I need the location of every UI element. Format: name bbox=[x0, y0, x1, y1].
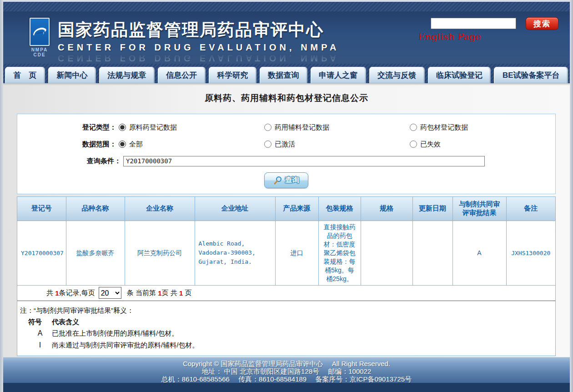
radio-option-api[interactable]: 原料药登记数据 bbox=[119, 123, 264, 132]
nav-tab-feedback[interactable]: 交流与反馈 bbox=[369, 67, 425, 83]
radio-packaging-label: 药包材登记数据 bbox=[420, 123, 468, 132]
main-nav: 首 页 新闻中心 法规与规章 信息公开 科学研究 数据查询 申请人之窗 交流与反… bbox=[3, 64, 570, 83]
cell-product-source: 进口 bbox=[275, 221, 318, 285]
notes-symbol-header: 符号 bbox=[28, 316, 52, 327]
col-joint-review-result: 与制剂共同审评审批结果 bbox=[452, 197, 506, 221]
col-packaging-spec: 包装规格 bbox=[318, 197, 361, 221]
footer-text-block: Copyright © 国家药品监督管理局药品审评中心 All Right Re… bbox=[3, 357, 570, 383]
form-row-registration-type: 登记类型： 原料药登记数据 药用辅料登记数据 药包材登记数据 bbox=[17, 122, 555, 133]
nav-tab-regulations[interactable]: 法规与规章 bbox=[99, 67, 155, 83]
cell-remarks: JXHS1300020 bbox=[506, 221, 555, 285]
radio-api-label: 原料药登记数据 bbox=[129, 123, 177, 132]
col-company-address: 企业地址 bbox=[195, 197, 275, 221]
header-search-button[interactable]: 搜索 bbox=[526, 17, 558, 30]
site-footer: Copyright © 国家药品监督管理局药品审评中心 All Right Re… bbox=[3, 357, 570, 392]
radio-option-packaging[interactable]: 药包材登记数据 bbox=[410, 123, 555, 132]
nav-tab-info-disclosure[interactable]: 信息公开 bbox=[158, 67, 206, 83]
footer-address: 地址： 中国 北京市朝阳区建国路128号 邮编：100022 bbox=[3, 367, 570, 375]
pagination-suffix1: 条 当前第 bbox=[125, 289, 158, 297]
form-row-query-condition: 查询条件： bbox=[17, 156, 555, 166]
radio-option-all[interactable]: 全部 bbox=[119, 140, 264, 149]
radio-option-expired[interactable]: 已失效 bbox=[410, 140, 555, 149]
note-meaning-i: 尚未通过与制剂共同审评审批的原料/辅料/包材。 bbox=[52, 341, 199, 349]
page-title: 原料药、药用辅料和药包材登记信息公示 bbox=[3, 92, 570, 104]
radio-excipient-label: 药用辅料登记数据 bbox=[275, 123, 329, 132]
radio-all-label: 全部 bbox=[129, 140, 143, 149]
query-condition-input[interactable] bbox=[123, 156, 485, 166]
col-remarks: 备注 bbox=[506, 197, 555, 221]
nav-tab-news[interactable]: 新闻中心 bbox=[48, 67, 96, 83]
nav-tab-home[interactable]: 首 页 bbox=[5, 67, 45, 83]
query-form-panel: 登记类型： 原料药登记数据 药用辅料登记数据 药包材登记数据 bbox=[17, 114, 556, 194]
site-title-cn: 国家药品监督管理局药品审评中心 bbox=[58, 19, 340, 41]
radio-expired[interactable] bbox=[410, 141, 417, 148]
notes-meaning-header: 代表含义 bbox=[52, 318, 79, 326]
note-row-a: A已批准在上市制剂使用的原料/辅料/包材。 bbox=[20, 327, 553, 339]
radio-all[interactable] bbox=[119, 141, 126, 148]
radio-option-activated[interactable]: 已激活 bbox=[264, 140, 410, 149]
total-records: 1 bbox=[55, 289, 59, 297]
header-search bbox=[431, 18, 516, 29]
footer-copyright: Copyright © 国家药品监督管理局药品审评中心 All Right Re… bbox=[3, 360, 570, 367]
cell-registration-no: Y20170000307 bbox=[17, 221, 66, 285]
notes-section: 注：“与制剂共同审评审批结果”释义： 符号代表含义 A已批准在上市制剂使用的原料… bbox=[17, 301, 555, 356]
site-title-en-reflection: CENTER FOR DRUG EVALUATION, NMPA bbox=[58, 53, 340, 63]
cell-update-date bbox=[412, 221, 452, 285]
cell-packaging-spec: 直接接触药品的药包材：低密度聚乙烯袋包装规格：每桶5kg。每桶25kg。 bbox=[318, 221, 361, 285]
cell-spec bbox=[361, 221, 412, 285]
notes-header: 符号代表含义 bbox=[20, 316, 553, 327]
radio-packaging[interactable] bbox=[410, 124, 417, 131]
radio-api[interactable] bbox=[119, 124, 126, 131]
total-pages: 1 bbox=[179, 289, 183, 297]
site-title-en: CENTER FOR DRUG EVALUATION, NMPA bbox=[58, 42, 340, 53]
col-spec: 规格 bbox=[361, 197, 412, 221]
pagination-suffix3: 页 bbox=[183, 289, 191, 297]
current-page: 1 bbox=[158, 289, 161, 297]
main-content: 原料药、药用辅料和药包材登记信息公示 登记类型： 原料药登记数据 药用辅料登记数… bbox=[3, 83, 570, 357]
query-button[interactable]: 查询 bbox=[264, 172, 308, 188]
results-panel: 登记号 品种名称 企业名称 企业地址 产品来源 包装规格 规格 更新日期 与制剂… bbox=[17, 196, 556, 356]
magnifier-icon bbox=[273, 176, 282, 185]
note-meaning-a: 已批准在上市制剂使用的原料/辅料/包材。 bbox=[52, 329, 178, 337]
nav-tab-be-platform[interactable]: BE试验备案平台 bbox=[494, 67, 568, 83]
nav-tab-data-query[interactable]: 数据查询 bbox=[260, 67, 307, 83]
col-update-date: 更新日期 bbox=[412, 197, 452, 221]
pagination-suffix2: 页 共 bbox=[162, 289, 179, 297]
radio-expired-label: 已失效 bbox=[420, 140, 441, 149]
pagination-prefix: 共 bbox=[46, 289, 55, 297]
nav-tab-applicant-window[interactable]: 申请人之窗 bbox=[311, 67, 366, 83]
form-row-data-scope: 数据范围： 全部 已激活 已失效 bbox=[17, 139, 555, 150]
col-company-name: 企业名称 bbox=[125, 197, 195, 221]
note-row-i: I尚未通过与制剂共同审评审批的原料/辅料/包材。 bbox=[20, 339, 553, 351]
cell-joint-review-result: A bbox=[452, 221, 506, 285]
nav-tab-clinical-trial[interactable]: 临床试验登记 bbox=[428, 67, 491, 83]
nmpa-cde-logo-icon bbox=[30, 18, 50, 46]
logo-caption: NMPA CDE bbox=[26, 47, 53, 57]
table-row: Y20170000307 盐酸多奈哌齐 阿兰克制药公司 Alembic Road… bbox=[17, 221, 555, 285]
note-symbol-a: A bbox=[28, 327, 52, 339]
cell-company-address: Alembic Road, Vadodara-390003, Gujarat, … bbox=[195, 221, 275, 285]
pagination: 共 1条记录,每页 20 条 当前第 1页 共 1 页 bbox=[17, 286, 555, 301]
data-scope-label: 数据范围： bbox=[17, 140, 119, 149]
note-symbol-i: I bbox=[28, 339, 52, 351]
registration-type-label: 登记类型： bbox=[17, 123, 119, 132]
col-registration-no: 登记号 bbox=[17, 197, 66, 221]
site-header: NMPA CDE 国家药品监督管理局药品审评中心 CENTER FOR DRUG… bbox=[3, 11, 570, 64]
cell-company-name: 阿兰克制药公司 bbox=[125, 221, 195, 285]
pagination-mid: 条记录,每页 bbox=[59, 289, 95, 297]
page-size-select[interactable]: 20 bbox=[99, 287, 121, 299]
page: NMPA CDE 国家药品监督管理局药品审评中心 CENTER FOR DRUG… bbox=[0, 0, 573, 392]
cell-product-name: 盐酸多奈哌齐 bbox=[66, 221, 125, 285]
page-frame: NMPA CDE 国家药品监督管理局药品审评中心 CENTER FOR DRUG… bbox=[3, 2, 570, 392]
radio-excipient[interactable] bbox=[264, 124, 271, 131]
header-search-input[interactable] bbox=[431, 18, 516, 29]
radio-activated-label: 已激活 bbox=[275, 140, 295, 149]
col-product-name: 品种名称 bbox=[66, 197, 125, 221]
results-table: 登记号 品种名称 企业名称 企业地址 产品来源 包装规格 规格 更新日期 与制剂… bbox=[17, 197, 555, 286]
site-logo[interactable]: NMPA CDE bbox=[26, 18, 53, 57]
top-band bbox=[3, 2, 570, 11]
radio-activated[interactable] bbox=[264, 141, 271, 148]
radio-option-excipient[interactable]: 药用辅料登记数据 bbox=[264, 123, 410, 132]
nav-tab-science[interactable]: 科学研究 bbox=[209, 67, 256, 83]
english-page-link[interactable]: English Page bbox=[418, 31, 481, 42]
